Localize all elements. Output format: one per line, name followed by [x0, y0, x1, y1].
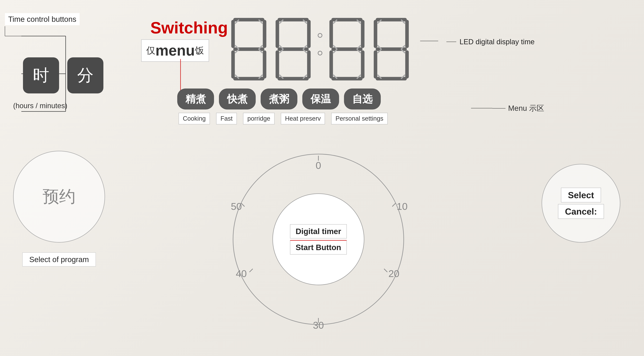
start-button-label: Start Button [290, 240, 346, 255]
porridge-button[interactable]: 煮粥 [260, 89, 298, 110]
schedule-section: 预约 Select of program [13, 151, 105, 267]
svg-line-73 [392, 203, 396, 206]
menu-buttons-row: 精煮 快煮 煮粥 保温 自选 [177, 89, 381, 110]
cancel-label: Cancel: [558, 204, 604, 219]
svg-text:10: 10 [397, 201, 408, 212]
svg-text:20: 20 [388, 268, 400, 279]
menu-display-area-label: Menu 示区 [492, 103, 544, 113]
digit-1 [229, 15, 268, 84]
schedule-button[interactable]: 预约 [13, 151, 105, 243]
heat-preserve-button[interactable]: 保温 [302, 89, 339, 110]
dial-container: 0 10 20 30 40 50 Digital timer Start But… [226, 148, 410, 331]
svg-text:40: 40 [236, 268, 247, 279]
menu-suffix: 饭 [195, 44, 204, 57]
porridge-label: porridge [243, 113, 274, 124]
led-display-label: LED digital display time [446, 38, 534, 46]
cooking-label: Cooking [178, 113, 210, 124]
schedule-label: Select of program [22, 252, 96, 267]
personal-settings-button[interactable]: 自选 [344, 89, 381, 110]
cooking-button[interactable]: 精煮 [177, 89, 214, 110]
select-label: Select [561, 188, 601, 202]
svg-text:50: 50 [231, 201, 242, 212]
digit-2 [274, 15, 313, 84]
fast-button[interactable]: 快煮 [219, 89, 256, 110]
select-cancel-section: Select Cancel: [542, 164, 620, 243]
switching-label: Switching [150, 18, 228, 37]
hours-minutes-label: (hours / minutes) [13, 102, 67, 110]
svg-line-79 [250, 269, 253, 272]
personal-settings-label: Personal settings [331, 113, 388, 124]
digit-3 [327, 15, 367, 84]
colon-separator [318, 33, 322, 65]
menu-button-labels: Cooking Fast porridge Heat preserv Perso… [178, 113, 388, 124]
svg-line-75 [384, 269, 387, 272]
svg-text:0: 0 [316, 160, 321, 171]
digital-timer-label: Digital timer [290, 224, 346, 238]
control-panel: LED digital display time Switching 仅 men… [0, 0, 644, 356]
menu-prefix: 仅 [146, 44, 156, 57]
heat-preserve-label: Heat preserv [281, 113, 325, 124]
hours-button[interactable]: 时 [23, 57, 59, 93]
minutes-button[interactable]: 分 [67, 57, 104, 93]
colon-dot-top [318, 33, 322, 38]
colon-dot-bottom [318, 51, 322, 55]
fast-label: Fast [216, 113, 237, 124]
led-display-area [222, 5, 418, 93]
start-button[interactable]: Digital timer Start Button [272, 193, 364, 285]
time-control-label: Time control buttons [5, 13, 80, 25]
menu-text: menu [156, 42, 195, 59]
svg-text:30: 30 [313, 320, 324, 331]
menu-label-container: 仅 menu 饭 [141, 39, 209, 62]
digit-4 [372, 15, 411, 84]
select-cancel-button[interactable]: Select Cancel: [542, 164, 620, 243]
